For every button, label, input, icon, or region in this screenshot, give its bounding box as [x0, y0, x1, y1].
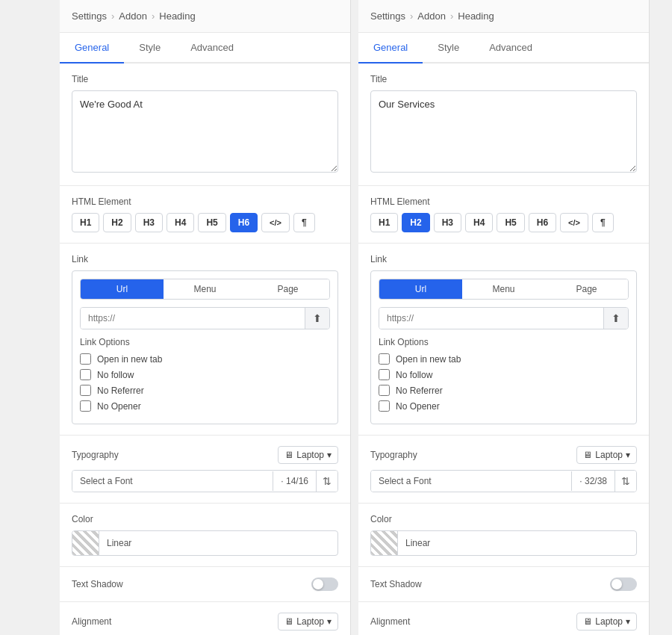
url-input-row-left: ⬆ — [80, 307, 330, 329]
h4-btn-left[interactable]: H4 — [167, 213, 194, 232]
breadcrumb-addon-right[interactable]: Addon — [417, 10, 446, 22]
h4-btn-right[interactable]: H4 — [465, 213, 493, 232]
typography-section-left: Typography 🖥 Laptop ▾ Select a Font · 14… — [60, 436, 350, 503]
link-tabs-left: Url Menu Page — [80, 279, 330, 300]
alignment-label-right: Alignment — [370, 616, 410, 627]
color-name-left: Linear — [99, 533, 337, 553]
alignment-device-name-right: Laptop — [595, 616, 623, 627]
alignment-device-right[interactable]: 🖥 Laptop ▾ — [576, 613, 637, 631]
alignment-device-left[interactable]: 🖥 Laptop ▾ — [278, 613, 338, 631]
h5-btn-right[interactable]: H5 — [497, 213, 524, 232]
tab-advanced-right[interactable]: Advanced — [474, 33, 547, 64]
shadow-row-left: Text Shadow — [72, 577, 338, 591]
tab-advanced-left[interactable]: Advanced — [175, 33, 249, 64]
alignment-row-right: Alignment 🖥 Laptop ▾ — [370, 613, 637, 631]
tab-style-right[interactable]: Style — [423, 33, 474, 64]
para-btn-right[interactable]: ¶ — [592, 213, 614, 232]
color-row-left: Linear — [72, 530, 338, 556]
title-section-right: Title Our Services — [358, 64, 649, 185]
chevron-align-right: ▾ — [626, 616, 630, 627]
font-size-right: · 32/38 — [571, 471, 615, 491]
sep1: › — [111, 10, 114, 22]
color-swatch-right[interactable] — [371, 531, 398, 555]
color-swatch-left[interactable] — [72, 531, 99, 555]
checkbox-noreferrer-right: No Referrer — [379, 385, 629, 396]
device-name-left: Laptop — [296, 450, 324, 460]
text-shadow-toggle-right[interactable] — [610, 577, 637, 591]
link-tab-url-right[interactable]: Url — [379, 279, 462, 299]
checkbox-noopener-label-left: No Opener — [97, 401, 141, 412]
font-adj-right[interactable]: ⇅ — [615, 471, 636, 492]
tab-general-left[interactable]: General — [60, 33, 124, 64]
link-tabs-right: Url Menu Page — [379, 279, 629, 300]
color-section-left: Color Linear — [60, 504, 350, 566]
title-input-right[interactable]: Our Services — [370, 90, 637, 173]
h3-btn-left[interactable]: H3 — [135, 213, 163, 232]
font-adj-left[interactable]: ⇅ — [316, 471, 337, 492]
h3-btn-right[interactable]: H3 — [434, 213, 461, 232]
upload-btn-left[interactable]: ⬆ — [305, 308, 329, 329]
breadcrumb-heading-right[interactable]: Heading — [458, 10, 494, 22]
checkbox-noopener-label-right: No Opener — [396, 401, 440, 412]
checkbox-nofollow-label-left: No follow — [97, 370, 134, 380]
breadcrumb-settings-right[interactable]: Settings — [370, 10, 405, 22]
h1-btn-left[interactable]: H1 — [72, 213, 99, 232]
link-section-right: Link Url Menu Page ⬆ Link Options Open i… — [358, 244, 649, 435]
checkbox-new-tab-input-right[interactable] — [379, 353, 390, 365]
shadow-label-left: Text Shadow — [72, 579, 123, 589]
html-element-section-left: HTML Element H1 H2 H3 H4 H5 H6 </> ¶ — [60, 186, 350, 243]
url-input-right[interactable] — [379, 308, 603, 329]
device-dropdown-left[interactable]: 🖥 Laptop ▾ — [278, 446, 338, 464]
tab-general-right[interactable]: General — [358, 33, 423, 64]
breadcrumb-heading[interactable]: Heading — [159, 10, 195, 22]
tab-style-left[interactable]: Style — [124, 33, 175, 64]
code-btn-left[interactable]: </> — [261, 213, 290, 232]
link-section-left: Link Url Menu Page ⬆ Link Options Open i… — [60, 244, 350, 435]
h2-btn-right[interactable]: H2 — [402, 213, 429, 232]
monitor-icon-right: 🖥 — [583, 450, 592, 460]
h2-btn-left[interactable]: H2 — [103, 213, 131, 232]
checkbox-noopener-input-left[interactable] — [80, 400, 91, 412]
code-btn-right[interactable]: </> — [560, 213, 588, 232]
link-tab-page-left[interactable]: Page — [246, 279, 329, 299]
checkbox-nofollow-input-left[interactable] — [80, 369, 91, 380]
checkbox-nofollow-input-right[interactable] — [379, 369, 390, 380]
monitor-icon-left: 🖥 — [284, 450, 293, 460]
url-input-left[interactable] — [81, 308, 305, 329]
device-dropdown-right[interactable]: 🖥 Laptop ▾ — [576, 446, 637, 464]
breadcrumb-addon[interactable]: Addon — [119, 10, 147, 22]
sep1-right: › — [410, 10, 413, 22]
checkbox-new-tab-left: Open in new tab — [80, 353, 330, 365]
typography-label-right: Typography — [370, 450, 417, 460]
color-label-right: Color — [370, 514, 637, 524]
checkbox-noreferrer-input-left[interactable] — [80, 385, 91, 396]
h1-btn-right[interactable]: H1 — [370, 213, 398, 232]
checkbox-new-tab-label-right: Open in new tab — [396, 354, 461, 365]
shadow-section-right: Text Shadow — [358, 567, 649, 601]
h5-btn-left[interactable]: H5 — [198, 213, 225, 232]
breadcrumb-settings[interactable]: Settings — [72, 10, 107, 22]
link-tab-menu-right[interactable]: Menu — [462, 279, 545, 299]
checkbox-new-tab-input-left[interactable] — [80, 353, 91, 365]
upload-btn-right[interactable]: ⬆ — [603, 308, 628, 329]
text-shadow-toggle-left[interactable] — [311, 577, 338, 591]
checkbox-noreferrer-input-right[interactable] — [379, 385, 390, 396]
para-btn-left[interactable]: ¶ — [293, 213, 315, 232]
color-section-right: Color Linear — [358, 504, 649, 566]
link-box-right: Url Menu Page ⬆ Link Options Open in new… — [370, 270, 637, 424]
link-options-label-left: Link Options — [80, 337, 330, 347]
shadow-label-right: Text Shadow — [370, 579, 422, 589]
chevron-down-icon-left: ▾ — [327, 450, 332, 460]
font-size-left: · 14/16 — [273, 471, 316, 491]
link-tab-menu-left[interactable]: Menu — [164, 279, 246, 299]
checkbox-noopener-input-right[interactable] — [379, 400, 390, 412]
link-tab-url-left[interactable]: Url — [81, 279, 164, 299]
font-select-left[interactable]: Select a Font — [72, 471, 273, 492]
tabs-right: General Style Advanced — [358, 33, 649, 64]
link-label-right: Link — [370, 254, 637, 264]
link-tab-page-right[interactable]: Page — [545, 279, 628, 299]
title-input-left[interactable]: We're Good At — [72, 90, 338, 173]
h6-btn-right[interactable]: H6 — [529, 213, 556, 232]
h6-btn-left[interactable]: H6 — [230, 213, 258, 232]
font-select-right[interactable]: Select a Font — [371, 471, 571, 492]
